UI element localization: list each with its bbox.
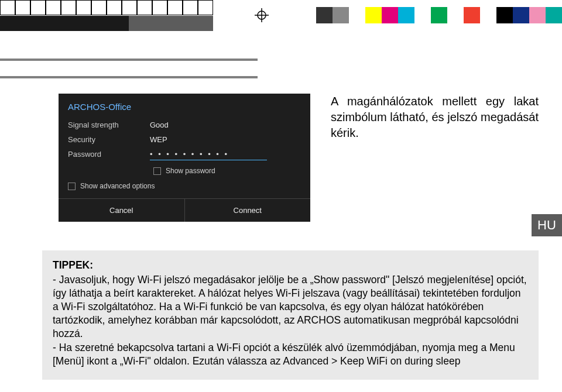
wifi-button-bar: Cancel Connect xyxy=(59,198,310,222)
cancel-button[interactable]: Cancel xyxy=(59,199,185,222)
color-swatch xyxy=(349,7,365,23)
color-swatch xyxy=(316,7,333,23)
reg-box xyxy=(91,0,107,15)
language-badge: HU xyxy=(532,214,562,236)
horizontal-rule xyxy=(0,59,258,61)
reg-box xyxy=(107,0,122,15)
reg-box xyxy=(30,0,46,15)
color-swatch xyxy=(480,7,496,23)
reg-box xyxy=(198,0,213,15)
checkbox-icon[interactable] xyxy=(68,183,76,190)
reg-solid-bar xyxy=(129,16,213,31)
password-input[interactable]: • • • • • • • • • • xyxy=(150,150,267,160)
connect-button[interactable]: Connect xyxy=(185,199,311,222)
security-label: Security xyxy=(68,135,150,144)
color-swatch xyxy=(414,7,431,23)
caption-text: A magánhálózatok mellett egy lakat szimb… xyxy=(331,94,539,141)
reg-box xyxy=(0,0,15,15)
color-swatch xyxy=(546,7,562,23)
password-row: Password • • • • • • • • • • xyxy=(66,147,303,163)
color-swatch xyxy=(333,7,349,23)
tip-item: - Ha szeretné bekapcsolva tartani a Wi-F… xyxy=(53,341,528,368)
tip-item: - Javasoljuk, hogy Wi-Fi jelszó megadása… xyxy=(53,273,528,341)
show-advanced-row[interactable]: Show advanced options xyxy=(66,178,303,194)
reg-box xyxy=(152,0,167,15)
show-password-row[interactable]: Show password xyxy=(66,163,303,178)
reg-box xyxy=(122,0,137,15)
checkbox-icon[interactable] xyxy=(153,167,161,175)
horizontal-rule xyxy=(0,76,258,78)
registration-boxes xyxy=(0,0,213,15)
signal-label: Signal strength xyxy=(68,121,150,129)
color-swatch-bar xyxy=(316,7,562,23)
signal-value: Good xyxy=(150,121,169,129)
reg-box xyxy=(167,0,183,15)
main-content: ARCHOS-Office Signal strength Good Secur… xyxy=(59,94,544,222)
reg-box xyxy=(183,0,198,15)
color-swatch xyxy=(447,7,464,23)
print-registration-top xyxy=(0,0,562,30)
crosshair-icon xyxy=(255,8,269,22)
color-swatch xyxy=(365,7,382,23)
color-swatch xyxy=(464,7,480,23)
wifi-dialog: ARCHOS-Office Signal strength Good Secur… xyxy=(59,94,310,222)
tips-heading: TIPPEK: xyxy=(53,259,528,272)
show-advanced-label: Show advanced options xyxy=(80,182,155,190)
reg-box xyxy=(76,0,91,15)
color-swatch xyxy=(496,7,513,23)
tips-box: TIPPEK: - Javasoljuk, hogy Wi-Fi jelszó … xyxy=(42,250,539,380)
signal-row: Signal strength Good xyxy=(66,118,303,132)
color-swatch xyxy=(513,7,529,23)
reg-box xyxy=(15,0,30,15)
color-swatch xyxy=(382,7,398,23)
reg-box xyxy=(137,0,152,15)
wifi-network-name: ARCHOS-Office xyxy=(66,99,303,118)
reg-box xyxy=(61,0,76,15)
security-value: WEP xyxy=(150,135,167,144)
password-label: Password xyxy=(68,150,150,160)
color-swatch xyxy=(529,7,546,23)
color-swatch xyxy=(431,7,447,23)
reg-box xyxy=(46,0,61,15)
security-row: Security WEP xyxy=(66,132,303,147)
show-password-label: Show password xyxy=(166,167,215,175)
reg-solid-bar xyxy=(0,16,129,31)
color-swatch xyxy=(398,7,414,23)
